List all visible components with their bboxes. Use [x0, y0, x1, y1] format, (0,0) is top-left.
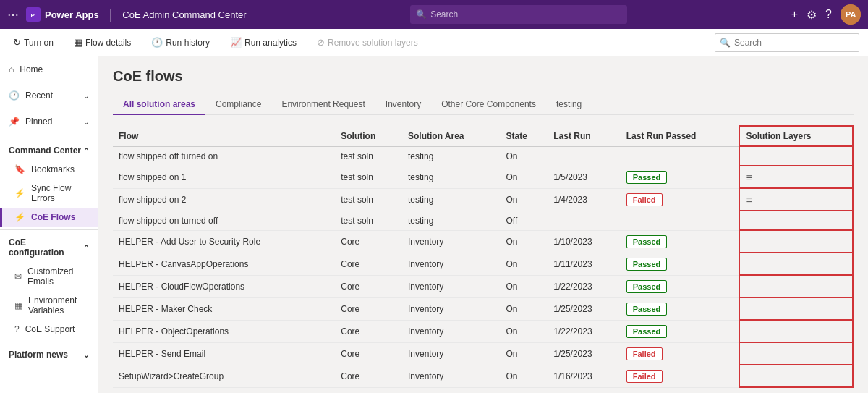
add-icon[interactable]: +: [791, 8, 798, 21]
content-search-wrap: 🔍: [715, 33, 859, 52]
table-row: HELPER - Send EmailCoreInventoryOn1/25/2…: [113, 342, 853, 365]
home-icon: ⌂: [9, 64, 14, 75]
top-bar-actions: + ⚙ ? PA: [791, 4, 861, 25]
state-cell: On: [501, 365, 548, 387]
last-run-cell: 1/22/2023: [548, 275, 621, 297]
turn-on-label: Turn on: [24, 38, 54, 48]
sidebar-item-home[interactable]: ⌂ Home: [0, 56, 98, 83]
coe-support-icon: ?: [14, 324, 20, 334]
tab-all-solution-areas[interactable]: All solution areas: [113, 95, 205, 115]
platform-news-section-header[interactable]: Platform news ⌄: [0, 345, 98, 364]
tab-testing[interactable]: testing: [546, 95, 592, 115]
table-row: HELPER - Maker CheckCoreInventoryOn1/25/…: [113, 297, 853, 320]
table-body: flow shipped off turned ontest solntesti…: [113, 146, 853, 387]
sidebar-item-coe-support[interactable]: ? CoE Support: [0, 320, 98, 339]
col-header-state: State: [501, 126, 548, 146]
flows-table: Flow Solution Solution Area State Last R…: [113, 125, 854, 388]
table-row: HELPER - Add User to Security RoleCoreIn…: [113, 230, 853, 253]
turn-on-icon: ↻: [13, 37, 21, 48]
content-search-icon: 🔍: [720, 38, 731, 48]
global-search-input[interactable]: [410, 5, 627, 24]
passed-badge: Passed: [626, 258, 668, 271]
solution-cell: test soln: [335, 146, 402, 166]
last-run-cell: 1/5/2023: [548, 166, 621, 188]
last-run-passed-cell: Failed: [621, 342, 740, 365]
state-cell: On: [501, 342, 548, 365]
last-run-cell: 1/16/2023: [548, 365, 621, 387]
sidebar-item-recent[interactable]: 🕐 Recent ⌄: [0, 83, 98, 109]
sync-flow-errors-label: Sync Flow Errors: [31, 183, 89, 203]
tab-environment-request[interactable]: Environment Request: [271, 95, 375, 115]
last-run-cell: [548, 146, 621, 166]
app-context-title: CoE Admin Command Center: [122, 9, 246, 20]
tab-compliance[interactable]: Compliance: [205, 95, 271, 115]
apps-grid-icon[interactable]: ⋯: [7, 8, 19, 22]
help-icon[interactable]: ?: [825, 8, 832, 21]
sidebar-item-customized-emails[interactable]: ✉ Customized Emails: [0, 262, 98, 291]
tab-other-core-components[interactable]: Other Core Components: [431, 95, 546, 115]
col-header-solution-layers: Solution Layers: [739, 126, 853, 146]
solution-layers-cell: [739, 320, 853, 342]
avatar[interactable]: PA: [841, 4, 861, 25]
last-run-cell: 1/10/2023: [548, 230, 621, 253]
remove-solution-layers-button[interactable]: ⊘ Remove solution layers: [312, 35, 422, 50]
command-center-label: Command Center: [9, 145, 81, 156]
global-search-wrap: 🔍: [410, 5, 627, 24]
flow-details-button[interactable]: ▦ Flow details: [69, 35, 135, 50]
sidebar-item-sync-flow-errors[interactable]: ⚡ Sync Flow Errors: [0, 179, 98, 208]
flow-cell: SetupWizard>CreateGroup: [113, 365, 335, 387]
flow-cell: flow shipped on turned off: [113, 211, 335, 230]
coe-support-label: CoE Support: [25, 324, 75, 334]
sidebar-item-coe-flows[interactable]: ⚡ CoE Flows: [0, 208, 98, 227]
area-cell: testing: [402, 188, 501, 211]
flow-details-label: Flow details: [85, 38, 131, 48]
last-run-passed-cell: Passed: [621, 166, 740, 188]
flows-table-wrap: Flow Solution Solution Area State Last R…: [113, 125, 854, 388]
col-header-last-run-passed: Last Run Passed: [621, 126, 740, 146]
content-search-input[interactable]: [715, 33, 859, 52]
flow-cell: HELPER - ObjectOperations: [113, 320, 335, 342]
table-row: flow shipped on 1test solntestingOn1/5/2…: [113, 166, 853, 188]
solution-cell: Core: [335, 320, 402, 342]
tab-inventory[interactable]: Inventory: [375, 95, 431, 115]
command-center-section-header[interactable]: Command Center ⌃: [0, 141, 98, 160]
last-run-passed-cell: Passed: [621, 230, 740, 253]
remove-solution-layers-label: Remove solution layers: [328, 38, 418, 48]
sidebar-divider-3: [0, 342, 98, 342]
area-cell: Inventory: [402, 230, 501, 253]
run-history-label: Run history: [166, 38, 210, 48]
table-row: HELPER - CloudFlowOperationsCoreInventor…: [113, 275, 853, 297]
solution-cell: test soln: [335, 166, 402, 188]
global-search-icon: 🔍: [416, 9, 427, 20]
turn-on-button[interactable]: ↻ Turn on: [9, 35, 58, 50]
layers-icon: ≡: [746, 194, 752, 206]
run-history-button[interactable]: 🕐 Run history: [147, 35, 214, 50]
sidebar-item-pinned[interactable]: 📌 Pinned ⌄: [0, 109, 98, 135]
svg-text:P: P: [31, 12, 35, 19]
main-layout: ⌂ Home 🕐 Recent ⌄ 📌 Pinned ⌄ Command Cen…: [0, 56, 868, 393]
passed-badge: Passed: [626, 171, 668, 184]
coe-configuration-section-header[interactable]: CoE configuration ⌃: [0, 233, 98, 262]
last-run-passed-cell: Passed: [621, 253, 740, 275]
table-row: HELPER - ObjectOperationsCoreInventoryOn…: [113, 320, 853, 342]
sidebar-item-bookmarks[interactable]: 🔖 Bookmarks: [0, 160, 98, 179]
passed-badge: Passed: [626, 235, 668, 248]
run-history-icon: 🕐: [151, 37, 163, 48]
run-analytics-button[interactable]: 📈 Run analytics: [226, 35, 301, 50]
flow-cell: HELPER - CloudFlowOperations: [113, 275, 335, 297]
sidebar-item-environment-variables[interactable]: ▦ Environment Variables: [0, 291, 98, 320]
table-row: flow shipped on turned offtest solntesti…: [113, 211, 853, 230]
area-cell: Inventory: [402, 253, 501, 275]
app-logo: P Power Apps: [26, 7, 99, 22]
remove-solution-layers-icon: ⊘: [317, 37, 325, 48]
last-run-passed-cell: Failed: [621, 365, 740, 387]
last-run-cell: 1/25/2023: [548, 342, 621, 365]
area-cell: testing: [402, 166, 501, 188]
run-analytics-icon: 📈: [230, 37, 242, 48]
last-run-cell: 1/22/2023: [548, 320, 621, 342]
environment-variables-label: Environment Variables: [28, 295, 89, 316]
last-run-cell: 1/11/2023: [548, 253, 621, 275]
recent-expand-icon: ⌄: [83, 92, 89, 100]
coe-flows-label: CoE Flows: [31, 212, 75, 222]
settings-icon[interactable]: ⚙: [807, 8, 817, 22]
